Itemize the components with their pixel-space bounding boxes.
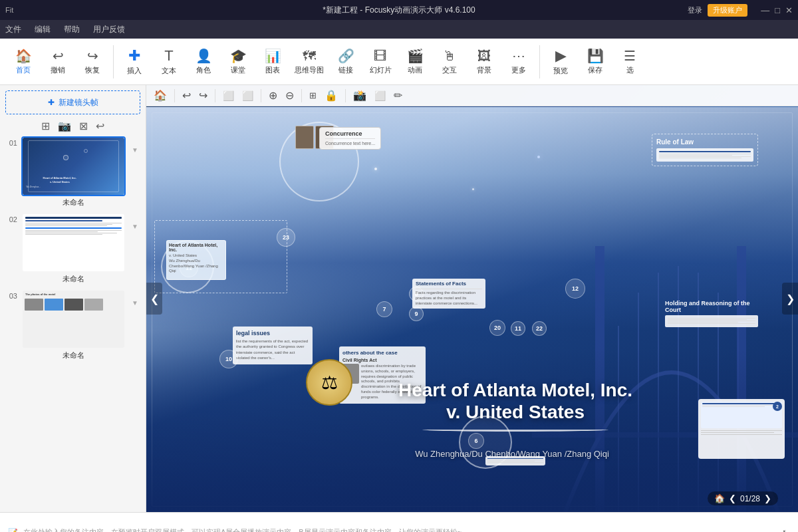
canvas-export-icon[interactable]: ⬜ (372, 89, 388, 102)
notes-expand-icon[interactable]: ⤡ (782, 527, 790, 533)
canvas-frame2-icon[interactable]: ⬜ (240, 89, 255, 102)
canvas-frame-icon[interactable]: ⬜ (221, 89, 236, 102)
upgrade-button[interactable]: 升级账户 (708, 4, 747, 17)
node-9[interactable]: 9 (409, 307, 424, 321)
slide-expand-02[interactable]: ▼ (130, 223, 140, 230)
node-10[interactable]: 10 (219, 350, 238, 368)
title-bar: Fit *新建工程 - Focusky动画演示大师 v4.6.100 登录 升级… (0, 0, 798, 20)
legal-issues-text: list the requirements of the act, expect… (236, 338, 309, 361)
canvas-home-icon[interactable]: 🏠 (152, 88, 169, 103)
node-6[interactable]: 6 (468, 433, 484, 449)
slide-num-02: 02 (5, 213, 17, 223)
tool-link-label: 链接 (338, 65, 353, 75)
canvas-camera-icon[interactable]: 📸 (351, 88, 368, 103)
insert-icon: ✚ (128, 47, 140, 65)
tool-mindmap[interactable]: 🗺 思维导图 (291, 42, 328, 82)
slide-thumb-02[interactable] (21, 213, 126, 273)
node-11b[interactable]: 11 (511, 321, 525, 336)
canvas-grid-icon[interactable]: ⊞ (307, 89, 319, 102)
node6-card[interactable] (485, 456, 545, 466)
slide-nav-right[interactable]: ❯ (782, 283, 798, 315)
node-12-label: 12 (572, 285, 579, 292)
canvas-lock-icon[interactable]: 🔒 (323, 88, 340, 103)
tool-classroom[interactable]: 🎓 课堂 (221, 42, 255, 82)
tool-preview[interactable]: ▶ 预览 (544, 42, 577, 82)
tool-link[interactable]: 🔗 链接 (329, 42, 362, 82)
tool-redo[interactable]: ↪ 恢复 (76, 42, 109, 82)
slide-expand-03[interactable]: ▼ (130, 299, 140, 307)
new-slide-button[interactable]: ✚ 新建镜头帧 (5, 90, 140, 114)
canvas-area: 🏠 ↩ ↪ ⬜ ⬜ ⊕ ⊖ ⊞ 🔒 📸 ⬜ ✏ (146, 85, 798, 512)
title-bar-right: 登录 升级账户 — □ ✕ (688, 4, 793, 17)
slide-thumb-01[interactable]: Heart of Atlanta Motel, Inc.v. United St… (21, 136, 126, 196)
tool-undo[interactable]: ↩ 撤销 (41, 42, 74, 82)
legal-issues-card[interactable]: legal issues list the requirements of th… (233, 327, 313, 364)
menu-edit[interactable]: 编辑 (35, 24, 51, 35)
canvas-sep-5 (345, 89, 346, 102)
app-title: *新建工程 - Focusky动画演示大师 v4.6.100 (323, 5, 475, 16)
next-page-icon[interactable]: ❯ (764, 493, 771, 503)
slide-expand-01[interactable]: ▼ (130, 146, 140, 154)
node-2-card[interactable]: 2 (698, 399, 785, 459)
slide-main-title-container: Heart of Atlanta Motel, Inc. v. United S… (366, 379, 665, 436)
home-bottom-icon[interactable]: 🏠 (714, 493, 725, 503)
tool-animation[interactable]: 🎬 动画 (398, 42, 432, 82)
node-20[interactable]: 20 (489, 320, 505, 336)
slide-canvas-inner-02 (23, 214, 124, 271)
tool-chart[interactable]: 📊 图表 (256, 42, 289, 82)
restore-button[interactable]: □ (775, 5, 780, 15)
rule-of-law-card[interactable]: Rule of Law (652, 134, 758, 166)
slide-thumb-03[interactable]: The photos of the motel (21, 289, 126, 349)
tool-select[interactable]: ☰ 选 (613, 42, 646, 82)
others-title: others about the case (342, 350, 422, 356)
minimize-button[interactable]: — (761, 5, 769, 15)
menu-feedback[interactable]: 用户反馈 (93, 24, 125, 35)
page-indicator: 🏠 ❮ 01/28 ❯ (708, 491, 778, 505)
tool-interaction[interactable]: 🖱 交互 (433, 42, 466, 82)
canvas-redo-icon[interactable]: ↪ (197, 88, 209, 103)
canvas-undo-icon[interactable]: ↩ (180, 88, 193, 103)
rotate-icon[interactable]: ↩ (96, 120, 104, 132)
tool-save[interactable]: 💾 保存 (579, 42, 612, 82)
fit-label[interactable]: Fit (5, 6, 13, 14)
menu-help[interactable]: 帮助 (64, 24, 80, 35)
slide-item-02[interactable]: 02 (5, 213, 140, 284)
concurrence-box[interactable]: Concurrence Concurrence text here... (319, 127, 381, 150)
node-22[interactable]: 22 (532, 321, 547, 336)
tool-character[interactable]: 👤 角色 (187, 42, 220, 82)
canvas-zoomout-icon[interactable]: ⊖ (283, 88, 296, 103)
left-card[interactable]: Heart of Atlanta Hotel, Inc. v. United S… (166, 240, 226, 280)
canvas-edit-icon[interactable]: ✏ (392, 88, 404, 103)
close-button[interactable]: ✕ (785, 5, 793, 15)
tool-text[interactable]: T 文本 (152, 42, 186, 82)
crop-icon[interactable]: ⊠ (79, 120, 88, 132)
notes-text[interactable]: 在此处输入您的备注内容，在预览时开启双屏模式，可以实现A屏全屏播放演示内容，B屏… (23, 527, 782, 532)
legal-issues-title: legal issues (236, 330, 309, 336)
copy-frame-icon[interactable]: ⊞ (41, 120, 50, 132)
slide-item-01[interactable]: 01 Heart of Atlanta Motel, Inc.v. United… (5, 136, 140, 207)
tool-insert[interactable]: ✚ 插入 (118, 42, 151, 82)
holding-card[interactable]: Holding and Reasoning of the Court (665, 300, 758, 327)
statements-card[interactable]: Statements of Facts Facts regarding the … (412, 279, 485, 309)
canvas-zoomin-icon[interactable]: ⊕ (267, 88, 279, 103)
tool-home-label: 首页 (16, 65, 31, 75)
node-7[interactable]: 7 (376, 301, 392, 317)
preview-icon: ▶ (555, 47, 567, 65)
tool-background[interactable]: 🖼 背景 (467, 42, 501, 82)
menu-file[interactable]: 文件 (5, 24, 21, 35)
tool-slideshow[interactable]: 🎞 幻灯片 (364, 42, 397, 82)
holding-title: Holding and Reasoning of the Court (665, 300, 758, 313)
prev-page-icon[interactable]: ❮ (729, 493, 736, 503)
animation-icon: 🎬 (407, 48, 424, 64)
camera-icon[interactable]: 📷 (58, 120, 71, 132)
nav-right-icon: ❯ (786, 293, 795, 305)
interaction-icon: 🖱 (443, 49, 456, 64)
tool-home[interactable]: 🏠 首页 (7, 42, 40, 82)
canvas-sep-1 (174, 89, 175, 102)
node-12[interactable]: 12 (565, 279, 585, 299)
slide-item-03[interactable]: 03 The photos of the motel (5, 289, 140, 360)
login-button[interactable]: 登录 (688, 5, 702, 15)
slide-nav-left[interactable]: ❮ (146, 283, 162, 315)
tool-more[interactable]: ⋯ 更多 (502, 42, 535, 82)
slide-title-line1: Heart of Atlanta Motel, Inc. (366, 379, 665, 402)
